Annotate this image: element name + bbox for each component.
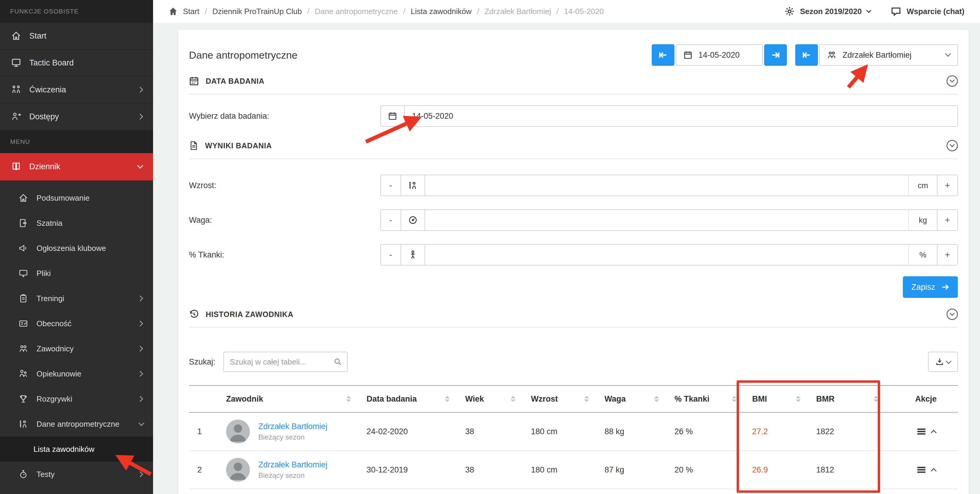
col-bmi[interactable]: BMI — [744, 394, 808, 404]
player-select[interactable]: Zdrzałek Bartłomiej — [819, 44, 958, 66]
breadcrumb-item[interactable]: Dziennik ProTrainUp Club — [212, 7, 302, 16]
search-input[interactable] — [230, 357, 330, 367]
table-toolbar: Szukaj: — [189, 352, 958, 372]
sort-icon[interactable] — [654, 396, 659, 402]
player-link[interactable]: Zdrzałek Bartłomiej — [258, 422, 328, 431]
attendance-icon — [18, 318, 29, 329]
chevron-right-icon — [137, 346, 143, 352]
sidebar-item-ogloszenia[interactable]: Ogłoszenia klubowe — [0, 236, 153, 261]
sidebar-submenu: Podsumowanie Szatnia Ogłoszenia klubowe … — [0, 181, 153, 487]
home-icon — [11, 30, 22, 41]
exam-date-row: Wybierz data badania: — [189, 105, 958, 127]
sidebar-item-label: Start — [29, 31, 143, 41]
col-zawodnik[interactable]: Zawodnik — [218, 394, 358, 404]
sidebar-item-tactic-board[interactable]: Tactic Board — [0, 49, 153, 76]
collapse-section-icon[interactable] — [947, 309, 958, 320]
breadcrumb-item[interactable]: Dane antropometryczne — [315, 7, 398, 16]
bmi-cell: 26.9 — [744, 465, 808, 475]
sidebar-item-lista-zawodnikow[interactable]: Lista zawodników — [0, 437, 153, 462]
breadcrumb-item[interactable]: Zdrzałek Bartłomiej — [485, 7, 551, 16]
sidebar-item-label: Treningi — [37, 294, 130, 303]
chevron-up-icon[interactable] — [931, 430, 937, 436]
sidebar-section-personal: FUNKCJE OSOBISTE — [0, 0, 153, 23]
height-increment-button[interactable]: + — [937, 175, 957, 196]
height-icon — [401, 175, 425, 196]
next-date-button[interactable] — [764, 44, 787, 66]
breadcrumb-item[interactable]: Lista zawodników — [411, 7, 472, 16]
calendar-icon[interactable] — [381, 106, 405, 126]
actions-menu-icon[interactable] — [916, 426, 927, 437]
export-button[interactable] — [928, 352, 958, 372]
prev-date-button[interactable] — [652, 44, 675, 66]
height-decrement-button[interactable]: - — [381, 175, 401, 196]
sidebar-item-start[interactable]: Start — [0, 23, 153, 49]
chevron-right-icon — [137, 320, 143, 327]
collapse-section-icon[interactable] — [947, 140, 958, 151]
weight-decrement-button[interactable]: - — [381, 210, 401, 230]
sidebar-item-label: Pliki — [37, 269, 143, 278]
chevron-up-icon[interactable] — [931, 468, 937, 474]
col-data-badania[interactable]: Data badania — [358, 394, 457, 404]
sidebar-item-rozgrywki[interactable]: Rozgrywki — [0, 386, 153, 411]
sort-icon[interactable] — [796, 396, 800, 402]
actions-menu-icon[interactable] — [916, 464, 927, 475]
col-waga[interactable]: Waga — [596, 394, 666, 404]
collapse-section-icon[interactable] — [947, 75, 958, 87]
breadcrumb-item[interactable]: Start — [183, 7, 199, 16]
sort-icon[interactable] — [445, 396, 450, 402]
save-button[interactable]: Zapisz — [903, 276, 958, 298]
bodyfat-decrement-button[interactable]: - — [381, 245, 401, 265]
sidebar-item-testy[interactable]: Testy — [0, 462, 153, 487]
sidebar-item-treningi[interactable]: Treningi — [0, 286, 153, 311]
sidebar-item-label: Rozgrywki — [37, 394, 130, 404]
topbar: Start / Dziennik ProTrainUp Club / Dane … — [153, 0, 980, 23]
sidebar-item-dziennik[interactable]: Dziennik — [0, 153, 153, 181]
sidebar-item-podsumowanie[interactable]: Podsumowanie — [0, 185, 153, 210]
sidebar-item-obecnosc[interactable]: Obecność — [0, 311, 153, 336]
sidebar: FUNKCJE OSOBISTE Start Tactic Board Ćwic… — [0, 0, 153, 494]
main-card: Dane antropometryczne 14-05-2020 — [178, 30, 969, 494]
sort-icon[interactable] — [584, 396, 589, 402]
player-link[interactable]: Zdrzałek Bartłomiej — [258, 460, 328, 470]
col-wzrost[interactable]: Wzrost — [523, 394, 596, 404]
col-wiek[interactable]: Wiek — [457, 394, 523, 404]
sidebar-item-dostepy[interactable]: Dostępy — [0, 104, 153, 131]
sidebar-item-szatnia[interactable]: Szatnia — [0, 210, 153, 236]
exam-date-cell: 30-12-2019 — [358, 465, 457, 475]
age-cell: 38 — [457, 427, 523, 436]
weight-increment-button[interactable]: + — [937, 210, 957, 230]
support-chat-link[interactable]: Wsparcie (chat) — [907, 7, 964, 16]
exam-date-input[interactable] — [405, 106, 957, 126]
chat-icon[interactable] — [891, 6, 901, 16]
prev-player-button[interactable] — [795, 44, 818, 66]
height-label: Wzrost: — [189, 181, 380, 190]
chevron-right-icon — [137, 396, 143, 402]
col-bmr[interactable]: BMR — [808, 394, 886, 404]
weight-input[interactable] — [425, 210, 908, 230]
sort-icon[interactable] — [346, 396, 351, 402]
bodyfat-input[interactable] — [425, 245, 908, 265]
breadcrumb-separator: / — [403, 7, 405, 16]
section-title: DATA BADANIA — [206, 77, 264, 86]
sidebar-item-zawodnicy[interactable]: Zawodnicy — [0, 336, 153, 361]
sort-icon[interactable] — [511, 396, 515, 402]
chevron-down-icon — [137, 163, 143, 169]
app-viewport: FUNKCJE OSOBISTE Start Tactic Board Ćwic… — [0, 0, 980, 494]
history-table: Zawodnik Data badania Wiek Wzrost Waga %… — [189, 385, 958, 489]
col-tkanki[interactable]: % Tkanki — [666, 394, 744, 404]
sidebar-item-dane-antropometryczne[interactable]: Dane antropometryczne — [0, 411, 153, 437]
trainings-icon — [18, 293, 29, 304]
sort-icon[interactable] — [732, 396, 737, 402]
gear-icon[interactable] — [784, 6, 795, 16]
height-input[interactable] — [425, 175, 908, 196]
home-icon[interactable] — [169, 7, 178, 16]
exam-date-cell: 24-02-2020 — [358, 427, 457, 436]
bodyfat-increment-button[interactable]: + — [937, 245, 957, 265]
sidebar-item-opiekunowie[interactable]: Opiekunowie — [0, 361, 153, 386]
season-select[interactable]: Sezon 2019/2020 — [800, 7, 862, 16]
date-display[interactable]: 14-05-2020 — [676, 44, 763, 66]
sort-icon[interactable] — [873, 396, 878, 402]
search-box — [223, 352, 348, 372]
sidebar-item-cwiczenia[interactable]: Ćwiczenia — [0, 76, 153, 104]
sidebar-item-pliki[interactable]: Pliki — [0, 261, 153, 286]
